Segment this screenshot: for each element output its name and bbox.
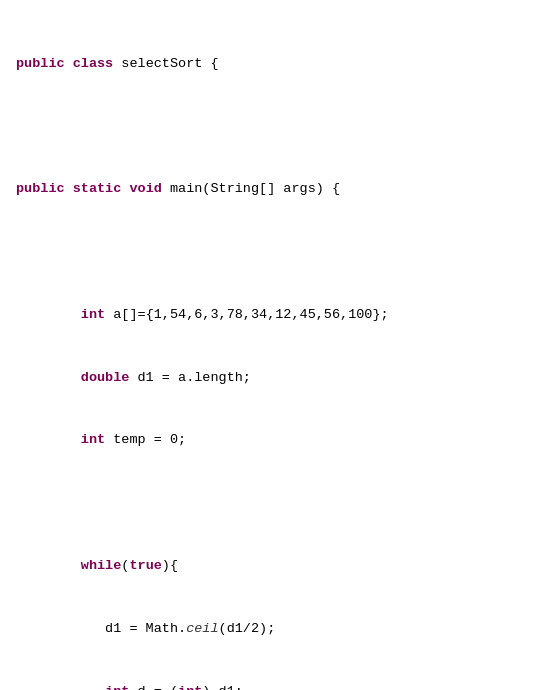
line-8 [16, 493, 538, 514]
code-container: public class selectSort { public static … [0, 0, 554, 690]
line-10: d1 = Math.ceil(d1/2); [16, 619, 538, 640]
code-block: public class selectSort { public static … [16, 12, 538, 690]
line-4 [16, 242, 538, 263]
line-2 [16, 117, 538, 138]
line-3: public static void main(String[] args) { [16, 179, 538, 200]
line-1: public class selectSort { [16, 54, 538, 75]
line-7: int temp = 0; [16, 430, 538, 451]
line-5: int a[]={1,54,6,3,78,34,12,45,56,100}; [16, 305, 538, 326]
line-6: double d1 = a.length; [16, 368, 538, 389]
line-9: while(true){ [16, 556, 538, 577]
line-11: int d = (int) d1; [16, 682, 538, 691]
